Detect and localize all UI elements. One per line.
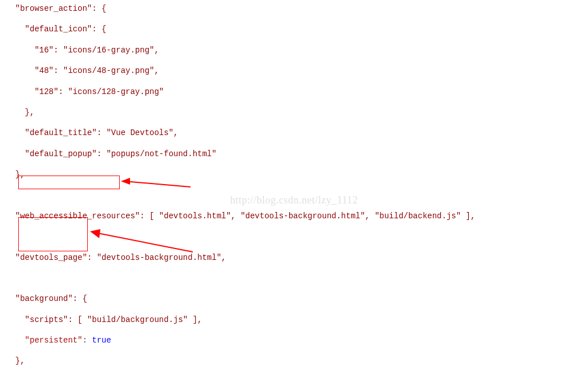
persistent-key: "persistent" bbox=[25, 336, 83, 345]
code-line: }, bbox=[0, 356, 588, 366]
persistent-value: true bbox=[92, 336, 111, 345]
code-block: "browser_action": { "default_icon": { "1… bbox=[0, 0, 588, 383]
code-line: "default_title": "Vue Devtools", bbox=[0, 128, 588, 138]
code-line bbox=[0, 377, 588, 383]
code-line: "128": "icons/128-gray.png" bbox=[0, 87, 588, 97]
code-line: }, bbox=[0, 107, 588, 117]
code-line: "default_icon": { bbox=[0, 24, 588, 34]
code-line: "background": { bbox=[0, 294, 588, 304]
code-line bbox=[0, 190, 588, 200]
code-line: "browser_action": { bbox=[0, 3, 588, 14]
code-line bbox=[0, 273, 588, 283]
code-line: "scripts": [ "build/background.js" ], bbox=[0, 315, 588, 325]
code-line: }, bbox=[0, 169, 588, 180]
code-line: "web_accessible_resources": [ "devtools.… bbox=[0, 211, 588, 221]
code-line-persistent: "persistent": true bbox=[0, 335, 588, 345]
code-line: "48": "icons/48-gray.png", bbox=[0, 66, 588, 76]
code-line bbox=[0, 231, 588, 242]
code-line: "16": "icons/16-gray.png", bbox=[0, 45, 588, 55]
code-line: "default_popup": "popups/not-found.html" bbox=[0, 149, 588, 159]
code-line: "devtools_page": "devtools-background.ht… bbox=[0, 252, 588, 263]
